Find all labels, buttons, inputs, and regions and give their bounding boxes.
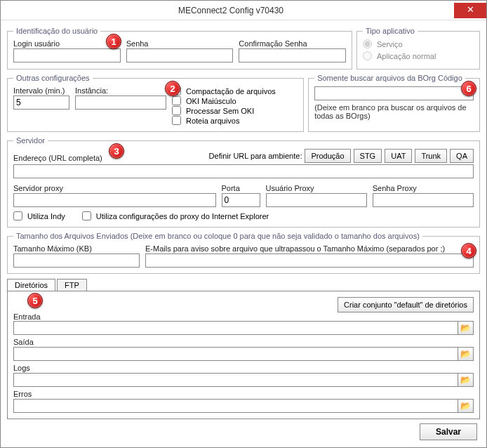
chk-oki-maiusculo[interactable] [172, 96, 181, 105]
label-senha: Senha [126, 39, 234, 48]
legend-outras: Outras configurações [13, 74, 93, 82]
badge-3: 3 [109, 143, 124, 159]
btn-criar-default[interactable]: Criar conjunto "default" de diretórios [338, 297, 474, 312]
radio-servico[interactable] [363, 39, 372, 48]
btn-qa[interactable]: QA [450, 149, 474, 163]
badge-4: 4 [461, 243, 476, 258]
group-identificacao: Identificação do usuário 1 Login usuário… [7, 27, 352, 70]
legend-identificacao: Identificação do usuário [13, 27, 100, 35]
legend-tamanho: Tamanho dos Arquivos Enviados (Deixe em … [13, 232, 422, 240]
group-outras-config: Outras configurações 2 Intervalo (min.) … [7, 74, 304, 132]
input-confirma-senha[interactable] [239, 48, 346, 62]
legend-servidor: Servidor [13, 136, 48, 145]
folder-open-icon: 📂 [460, 401, 471, 411]
label-senha-proxy: Senha Proxy [373, 184, 474, 192]
legend-tipo: Tipo aplicativo [363, 27, 418, 35]
label-instancia: Instância: [75, 86, 166, 95]
tab-ftp[interactable]: FTP [57, 279, 87, 291]
input-usuario-proxy[interactable] [266, 193, 367, 207]
chk-indy[interactable] [13, 211, 22, 220]
titlebar: MEConnect2 Config v70430 ✕ [1, 1, 486, 20]
badge-2: 2 [165, 81, 180, 96]
input-intervalo[interactable] [13, 95, 69, 110]
label-definir-url: Definir URL para ambiente: [209, 152, 302, 160]
label-confirma-senha: Confirmação Senha [239, 39, 346, 48]
close-button[interactable]: ✕ [454, 3, 486, 18]
btn-salvar[interactable]: Salvar [420, 423, 477, 440]
label-logs: Logs [13, 364, 474, 372]
bottom-bar: Salvar [7, 419, 480, 440]
folder-open-icon: 📂 [460, 349, 471, 359]
close-icon: ✕ [467, 4, 474, 15]
chk-ie-proxy[interactable] [82, 211, 91, 220]
label-intervalo: Intervalo (min.) [13, 86, 69, 95]
label-porta: Porta [222, 184, 260, 192]
input-senha[interactable] [126, 48, 234, 62]
browse-logs-button[interactable]: 📂 [458, 373, 474, 387]
group-tipo-aplicativo: Tipo aplicativo Serviço Aplicação normal [356, 27, 480, 70]
btn-uat[interactable]: UAT [385, 149, 412, 163]
input-borg-codigo[interactable] [314, 86, 474, 100]
label-tam-max: Tamanho Máximo (KB) [13, 244, 140, 253]
chk-processar-sem-oki[interactable] [172, 106, 181, 115]
folder-open-icon: 📂 [460, 323, 471, 333]
input-endereco[interactable] [13, 164, 474, 178]
group-borg: Somente buscar arquivos da BOrg Código 6… [308, 74, 480, 132]
group-tamanho-arquivos: Tamanho dos Arquivos Enviados (Deixe em … [7, 232, 480, 274]
tab-diretorios[interactable]: Diretórios [7, 279, 55, 291]
label-login: Login usuário [13, 39, 121, 48]
label-compactacao: Compactação de arquivos [186, 87, 276, 95]
input-instancia[interactable] [75, 95, 166, 110]
label-app-normal: Aplicação normal [377, 52, 436, 60]
label-oki-maiusculo: OKI Maiúsculo [186, 97, 236, 105]
input-logs[interactable] [13, 373, 458, 387]
badge-1: 1 [106, 34, 121, 49]
group-servidor: Servidor 3 Endereço (URL completa) Defin… [7, 136, 480, 228]
label-saida: Saída [13, 338, 474, 346]
input-login[interactable] [13, 48, 121, 62]
input-proxy[interactable] [13, 193, 216, 207]
label-roteia: Roteia arquivos [186, 117, 239, 125]
browse-entrada-button[interactable]: 📂 [458, 321, 474, 335]
legend-borg: Somente buscar arquivos da BOrg Código [314, 74, 465, 82]
btn-producao[interactable]: Produção [305, 149, 350, 163]
btn-trunk[interactable]: Trunk [415, 149, 447, 163]
label-entrada: Entrada [13, 312, 41, 321]
badge-6: 6 [461, 81, 476, 96]
label-usuario-proxy: Usuário Proxy [266, 184, 367, 192]
label-endereco: Endereço (URL completa) [13, 154, 189, 162]
chk-roteia[interactable] [172, 116, 181, 125]
label-ie-proxy: Utiliza configurações do proxy do Intern… [96, 212, 269, 220]
input-tam-max[interactable] [13, 253, 140, 268]
input-senha-proxy[interactable] [373, 193, 474, 207]
radio-app-normal[interactable] [363, 51, 372, 60]
hint-borg: (Deixe em branco pra buscar os arquivos … [314, 103, 474, 120]
label-erros: Erros [13, 390, 474, 398]
label-servico: Serviço [377, 40, 403, 48]
tabpanel-diretorios: 5 Criar conjunto "default" de diretórios… [7, 291, 480, 419]
btn-stg[interactable]: STG [354, 149, 382, 163]
label-emails: E-Mails para aviso sobre arquivo que ult… [145, 244, 474, 253]
input-erros[interactable] [13, 399, 458, 413]
input-saida[interactable] [13, 347, 458, 361]
browse-erros-button[interactable]: 📂 [458, 399, 474, 413]
label-proxy: Servidor proxy [13, 184, 216, 192]
window-title: MEConnect2 Config v70430 [8, 6, 454, 15]
badge-5: 5 [27, 293, 43, 308]
browse-saida-button[interactable]: 📂 [458, 347, 474, 361]
input-entrada[interactable] [13, 321, 458, 335]
input-emails[interactable] [145, 253, 474, 268]
input-porta[interactable] [222, 193, 260, 207]
label-indy: Utiliza Indy [27, 212, 65, 220]
folder-open-icon: 📂 [460, 375, 471, 385]
tabs: Diretórios FTP [7, 278, 480, 291]
label-processar-sem-oki: Processar Sem OKI [186, 107, 254, 115]
content-area: Identificação do usuário 1 Login usuário… [4, 24, 483, 443]
